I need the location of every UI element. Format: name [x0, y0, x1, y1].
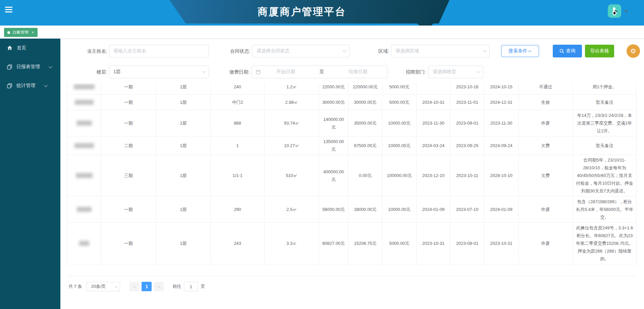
date-range-separator: 至	[320, 69, 324, 75]
table-cell-date2: 2023-11-01	[450, 95, 484, 110]
table-cell-amount1: 135000.00元	[319, 136, 348, 154]
sidebar-item-home[interactable]: 首页	[0, 39, 60, 57]
table-cell-amount1: 30000.00元	[319, 95, 348, 110]
owner-name-cell-redacted	[67, 110, 101, 136]
table-cell-area: 510㎡	[265, 155, 319, 196]
tab-close-icon[interactable]: ×	[32, 30, 34, 35]
table-cell-remark: 合同期5年，23/10/11-28/10/10，租金每年为40/45/50/55…	[573, 155, 637, 196]
chevron-down-icon	[115, 284, 118, 288]
table-cell-date1: 2023-12-10	[417, 155, 450, 196]
table-cell-period: 一期	[101, 223, 156, 264]
floor-select[interactable]: 1层	[109, 65, 209, 78]
owner-name-label: 业主姓名:	[67, 45, 107, 57]
pay-date-range-picker[interactable]: 开始日期 至 结束日期	[252, 65, 387, 78]
owner-name-cell-redacted	[67, 155, 101, 196]
table-cell-date1: 2023-10-31	[417, 223, 450, 264]
start-date-input[interactable]: 开始日期	[261, 69, 311, 75]
export-table-button[interactable]: 导出表格	[585, 45, 614, 57]
dept-placeholder: 请选择楼层	[433, 69, 456, 75]
sidebar: 首页 日报表管理 统计管理	[0, 39, 60, 309]
table-cell-date1: 2024-10-31	[417, 95, 450, 110]
home-icon	[7, 45, 12, 51]
table-cell-status: 生效	[519, 95, 573, 110]
pay-date-label: 缴费日期:	[201, 65, 250, 78]
avatar-dropdown-caret-icon[interactable]	[625, 10, 628, 12]
goto-page-input[interactable]	[184, 282, 198, 291]
table-cell-area: 2.88㎡	[265, 95, 319, 110]
prev-page-button[interactable]: ‹	[129, 282, 140, 291]
table-cell-booth: 1/1-1	[211, 155, 265, 196]
chevron-up-icon	[528, 50, 531, 53]
tab-label: 台账管理	[12, 30, 29, 35]
table-cell-date3: 2024-09-24	[484, 136, 519, 154]
ledger-table: 一期1层2401.2㎡22000.00元220000.00元5000.00元20…	[67, 83, 637, 276]
table-cell-amount1: 60827.00元	[319, 223, 348, 264]
chevron-down-icon	[483, 48, 486, 52]
settings-gear-button[interactable]: ⚙	[627, 44, 640, 58]
table-cell-floor: 1层	[156, 136, 211, 154]
active-dot-icon	[7, 31, 10, 34]
page-1-button[interactable]: 1	[142, 282, 152, 291]
table-cell-area: 10.27㎡	[265, 136, 319, 154]
copy-icon	[7, 83, 12, 88]
table-cell-deposit: 10000.00元	[382, 136, 417, 154]
page-title: 商厦商户管理平台	[154, 0, 449, 24]
table-cell-date2: 2023-10-11	[450, 155, 484, 196]
region-select[interactable]: 请选择区域	[391, 45, 490, 57]
table-cell-floor: 1层	[156, 83, 211, 94]
table-cell-amount2: 35000.00元	[348, 110, 382, 136]
table-cell-deposit: 10000.00元	[382, 196, 417, 222]
gear-icon: ⚙	[630, 47, 636, 55]
region-placeholder: 请选择区域	[395, 48, 419, 54]
table-cell-date2: 2023-10-16	[450, 83, 484, 94]
search-icon	[559, 49, 564, 53]
redacted-name-blur	[76, 173, 93, 178]
table-cell-floor: 1层	[156, 223, 211, 264]
tab-taizhang[interactable]: 台账管理 ×	[4, 28, 38, 37]
owner-name-placeholder: 请输入业主姓名	[113, 48, 146, 54]
total-count: 共 7 条	[68, 283, 82, 290]
table-cell-status: 作废	[519, 223, 573, 264]
redacted-name-blur	[74, 143, 94, 148]
table-cell-amount1: 140000.00元	[319, 110, 348, 136]
hamburger-menu-icon[interactable]	[5, 7, 12, 13]
table-cell-area: 93.74㎡	[265, 110, 319, 136]
table-cell-deposit: 5000.00元	[382, 223, 417, 264]
page-size-select[interactable]: 20条/页	[87, 282, 120, 291]
next-page-button[interactable]: ›	[154, 282, 164, 291]
sidebar-item-daily-report[interactable]: 日报表管理	[0, 57, 60, 76]
sidebar-item-label: 统计管理	[16, 83, 35, 89]
table-cell-booth: 中门2	[211, 95, 265, 110]
table-cell-booth: 1	[211, 136, 265, 154]
table-cell-date3: 2024-10-15	[484, 83, 519, 94]
page-size-value: 20条/页	[91, 283, 106, 290]
contract-status-label: 合同状态:	[201, 45, 250, 57]
chevron-down-icon	[342, 48, 346, 52]
chevron-down-icon	[44, 83, 48, 87]
sidebar-item-statistics[interactable]: 统计管理	[0, 76, 60, 95]
table-cell-floor: 1层	[156, 196, 211, 222]
redacted-name-blur	[74, 84, 95, 89]
table-row: 一期1层中门22.88㎡30000.00元30000.00元5000.00元20…	[67, 95, 637, 110]
table-cell-amount1: 400000.00元	[319, 155, 348, 196]
region-label: 区域:	[356, 45, 389, 57]
table-row: 一期1层2902.5㎡56000.00元28000.00元10000.00元20…	[67, 196, 637, 223]
copy-icon	[7, 64, 12, 70]
owner-name-cell-redacted	[67, 223, 101, 264]
query-button[interactable]: 查询	[553, 45, 582, 57]
owner-name-input[interactable]: 请输入业主姓名	[109, 45, 209, 57]
app-header: 商厦商户管理平台	[0, 0, 644, 26]
contract-status-select[interactable]: 请选择合同状态	[252, 45, 350, 57]
table-cell-date2: 2023-09-25	[450, 136, 484, 154]
table-cell-amount2: 0.00元	[348, 155, 382, 196]
table-cell-deposit: 5000.00元	[382, 83, 417, 94]
table-cell-date2: 2023-09-01	[450, 110, 484, 136]
table-cell-date3: 2023-11-30	[484, 110, 519, 136]
table-cell-area: 3.3㎡	[265, 223, 319, 264]
table-cell-booth: 240	[211, 83, 265, 94]
search-conditions-toggle-button[interactable]: 搜索条件	[501, 45, 539, 57]
table-cell-date2: 2023-08-01	[450, 223, 484, 264]
dept-select[interactable]: 请选择楼层	[428, 65, 483, 78]
avatar[interactable]	[608, 4, 621, 18]
end-date-input[interactable]: 结束日期	[333, 69, 383, 75]
